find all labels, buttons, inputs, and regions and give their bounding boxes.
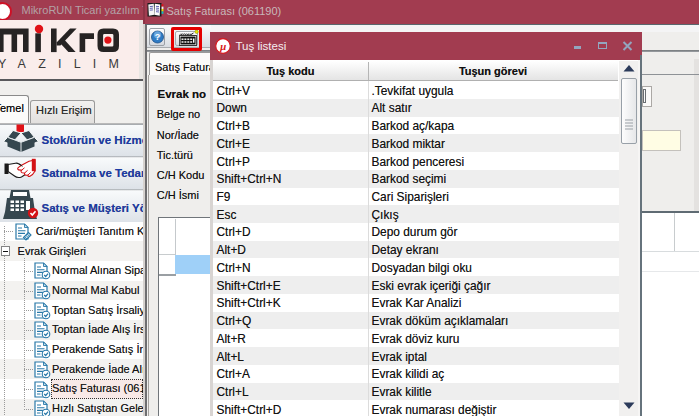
svg-text:µ: µ — [219, 40, 226, 52]
svg-text:YAZILIM: YAZILIM — [0, 57, 131, 71]
svg-text:?: ? — [155, 32, 161, 42]
